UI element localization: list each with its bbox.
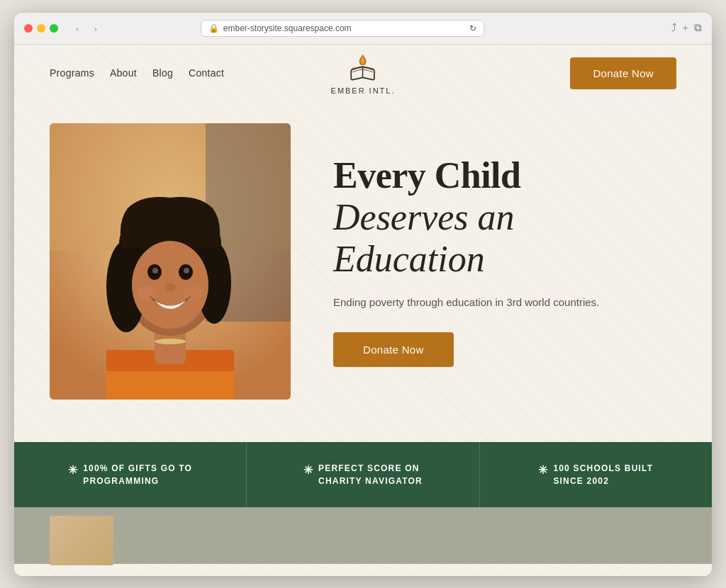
nav-programs[interactable]: Programs bbox=[50, 67, 94, 79]
stat-item-schools: ✳ 100 SCHOOLS BUILT SINCE 2002 bbox=[479, 442, 712, 507]
hero-content: Every Child Deserves an Education Ending… bbox=[319, 155, 676, 366]
stat-text-3: 100 SCHOOLS BUILT SINCE 2002 bbox=[553, 462, 653, 487]
svg-point-8 bbox=[155, 339, 186, 344]
stat-item-gifts: ✳ 100% OF GIFTS GO TO PROGRAMMING bbox=[14, 442, 246, 507]
share-icon[interactable]: ⤴ bbox=[671, 22, 677, 34]
close-button[interactable] bbox=[24, 24, 33, 33]
footer-image bbox=[50, 516, 113, 565]
address-bar[interactable]: 🔒 ember-storysite.squarespace.com ↻ bbox=[201, 20, 484, 37]
stat-text-2: PERFECT SCORE ON CHARITY NAVIGATOR bbox=[318, 462, 423, 487]
site-logo[interactable]: EMBER INTL. bbox=[331, 51, 396, 95]
hero-title-line1: Every Child bbox=[333, 155, 676, 196]
svg-point-20 bbox=[183, 286, 203, 300]
refresh-icon[interactable]: ↻ bbox=[469, 23, 476, 33]
footer-preview bbox=[14, 507, 712, 564]
nav-blog[interactable]: Blog bbox=[152, 67, 173, 79]
svg-point-16 bbox=[152, 268, 158, 273]
hero-image bbox=[50, 123, 291, 400]
page-content: Programs About Blog Contact bbox=[14, 45, 712, 576]
nav-about[interactable]: About bbox=[110, 67, 137, 79]
lock-icon: 🔒 bbox=[208, 23, 219, 33]
donate-button-header[interactable]: Donate Now bbox=[570, 57, 676, 89]
stat-item-charity: ✳ PERFECT SCORE ON CHARITY NAVIGATOR bbox=[246, 442, 479, 507]
minimize-button[interactable] bbox=[37, 24, 45, 33]
hero-title: Every Child Deserves an Education bbox=[333, 155, 676, 281]
hero-image-container bbox=[50, 123, 291, 400]
url-text: ember-storysite.squarespace.com bbox=[223, 23, 352, 33]
stat-asterisk-1: ✳ bbox=[68, 463, 77, 477]
svg-point-19 bbox=[138, 286, 157, 300]
traffic-lights bbox=[24, 24, 58, 33]
hero-section: Every Child Deserves an Education Ending… bbox=[14, 102, 712, 442]
browser-chrome: ‹ › 🔒 ember-storysite.squarespace.com ↻ … bbox=[14, 13, 712, 45]
nav-contact[interactable]: Contact bbox=[189, 67, 224, 79]
browser-window: ‹ › 🔒 ember-storysite.squarespace.com ↻ … bbox=[14, 13, 712, 576]
stats-bar: ✳ 100% OF GIFTS GO TO PROGRAMMING ✳ PERF… bbox=[14, 442, 712, 507]
logo-text: EMBER INTL. bbox=[331, 86, 396, 95]
browser-controls: ‹ › bbox=[69, 21, 104, 36]
forward-button[interactable]: › bbox=[88, 21, 104, 36]
hero-title-line3: Education bbox=[333, 238, 676, 281]
browser-actions: ⤴ + ⧉ bbox=[671, 22, 702, 34]
maximize-button[interactable] bbox=[50, 24, 58, 33]
new-tab-icon[interactable]: + bbox=[683, 22, 688, 34]
stat-asterisk-2: ✳ bbox=[303, 463, 313, 477]
donate-button-hero[interactable]: Donate Now bbox=[333, 332, 454, 367]
logo-icon bbox=[346, 51, 380, 85]
hero-subtitle: Ending poverty through education in 3rd … bbox=[333, 295, 676, 311]
svg-point-17 bbox=[184, 268, 189, 273]
hero-title-line2: Deserves an bbox=[333, 196, 676, 239]
site-header: Programs About Blog Contact bbox=[14, 45, 712, 102]
back-button[interactable]: ‹ bbox=[69, 21, 85, 36]
main-nav: Programs About Blog Contact bbox=[50, 67, 224, 79]
stat-asterisk-3: ✳ bbox=[538, 463, 547, 477]
svg-point-18 bbox=[164, 283, 176, 292]
windows-icon[interactable]: ⧉ bbox=[694, 22, 702, 34]
stat-text-1: 100% OF GIFTS GO TO PROGRAMMING bbox=[83, 462, 192, 487]
